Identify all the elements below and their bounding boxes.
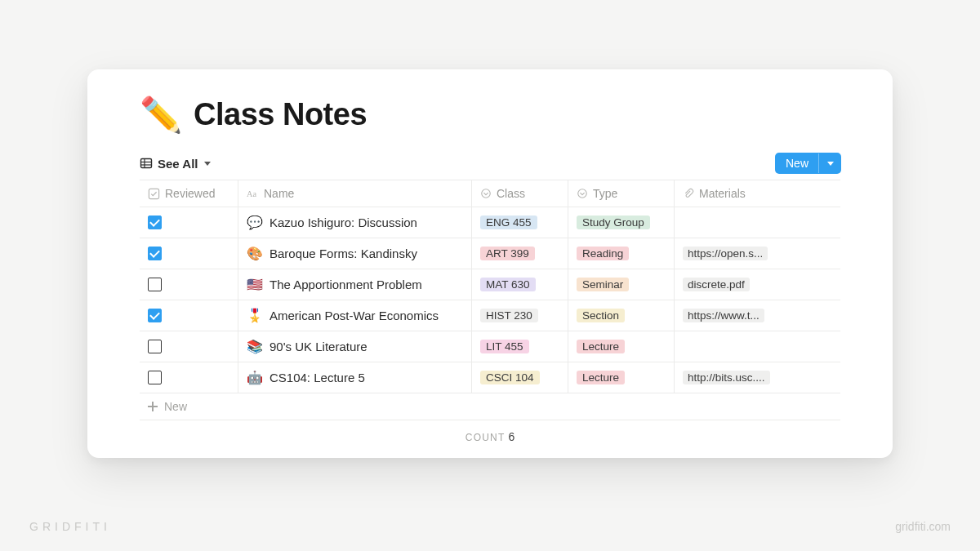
type-tag: Lecture	[577, 340, 625, 353]
cell-reviewed	[140, 331, 238, 362]
col-name[interactable]: Aa Name	[238, 180, 471, 207]
reviewed-checkbox[interactable]	[148, 247, 162, 260]
type-tag: Seminar	[577, 278, 629, 291]
cell-name[interactable]: 📚90's UK Literature	[238, 331, 471, 362]
cell-name[interactable]: 🎖️American Post-War Economics	[238, 300, 471, 331]
row-emoji: 🤖	[247, 370, 263, 385]
class-tag: ART 399	[480, 247, 535, 260]
table-row[interactable]: 📚90's UK LiteratureLIT 455Lecture	[140, 331, 840, 362]
row-name: Baroque Forms: Kandinsky	[270, 247, 417, 260]
table-row[interactable]: 🇺🇸The Apportionment ProblemMAT 630Semina…	[140, 269, 840, 300]
page-card: ✏️ Class Notes See All New	[87, 69, 893, 458]
cell-class[interactable]: LIT 455	[471, 331, 568, 362]
cell-materials[interactable]: https://open.s...	[674, 238, 840, 269]
page-emoji: ✏️	[140, 98, 182, 132]
cell-materials[interactable]	[674, 207, 840, 238]
col-type[interactable]: Type	[568, 180, 674, 207]
cell-materials[interactable]: http://bits.usc....	[674, 362, 840, 393]
reviewed-checkbox[interactable]	[148, 309, 162, 322]
class-tag: ENG 455	[480, 216, 537, 229]
svg-rect-4	[149, 189, 158, 198]
cell-reviewed	[140, 238, 238, 269]
material-chip[interactable]: https://open.s...	[683, 247, 768, 260]
cell-class[interactable]: ART 399	[471, 238, 568, 269]
class-tag: CSCI 104	[480, 371, 540, 384]
cell-materials[interactable]: https://www.t...	[674, 300, 840, 331]
svg-text:Aa: Aa	[247, 189, 256, 198]
cell-type[interactable]: Lecture	[568, 331, 674, 362]
class-tag: MAT 630	[480, 278, 536, 291]
chevron-down-icon	[827, 162, 834, 166]
cell-reviewed	[140, 207, 238, 238]
type-tag: Study Group	[577, 216, 650, 229]
plus-icon	[148, 402, 158, 411]
col-materials[interactable]: Materials	[674, 180, 840, 207]
type-tag: Lecture	[577, 371, 625, 384]
cell-type[interactable]: Study Group	[568, 207, 674, 238]
svg-point-6	[482, 189, 491, 198]
new-button-group: New	[776, 153, 840, 173]
cell-class[interactable]: MAT 630	[471, 269, 568, 300]
cell-reviewed	[140, 362, 238, 393]
svg-point-7	[578, 189, 587, 198]
add-row-label: New	[164, 400, 187, 413]
cell-type[interactable]: Lecture	[568, 362, 674, 393]
reviewed-checkbox[interactable]	[148, 278, 162, 291]
col-class[interactable]: Class	[471, 180, 568, 207]
view-label: See All	[158, 157, 198, 171]
row-name: Kazuo Ishiguro: Discussion	[270, 216, 417, 229]
text-icon: Aa	[247, 188, 259, 200]
notes-table: Reviewed Aa Name Class Type	[140, 180, 840, 393]
cell-name[interactable]: 🇺🇸The Apportionment Problem	[238, 269, 471, 300]
row-emoji: 🇺🇸	[247, 277, 263, 292]
table-row[interactable]: 🎨Baroque Forms: KandinskyART 399Readingh…	[140, 238, 840, 269]
reviewed-checkbox[interactable]	[148, 371, 162, 384]
footer-brand: GRIDFITI	[29, 520, 111, 533]
cell-class[interactable]: CSCI 104	[471, 362, 568, 393]
row-name: The Apportionment Problem	[270, 278, 422, 291]
checkbox-header-icon	[148, 188, 160, 200]
col-reviewed[interactable]: Reviewed	[140, 180, 238, 207]
cell-name[interactable]: 🎨Baroque Forms: Kandinsky	[238, 238, 471, 269]
row-emoji: 🎨	[247, 246, 263, 261]
cell-class[interactable]: ENG 455	[471, 207, 568, 238]
row-emoji: 💬	[247, 215, 263, 230]
table-header: Reviewed Aa Name Class Type	[140, 180, 840, 207]
cell-type[interactable]: Seminar	[568, 269, 674, 300]
cell-type[interactable]: Section	[568, 300, 674, 331]
new-button-dropdown[interactable]	[818, 153, 840, 173]
view-switcher[interactable]: See All	[140, 157, 211, 171]
chevron-down-icon	[204, 162, 211, 166]
reviewed-checkbox[interactable]	[148, 340, 162, 353]
class-tag: HIST 230	[480, 309, 538, 322]
type-tag: Section	[577, 309, 625, 322]
table-body: 💬Kazuo Ishiguro: DiscussionENG 455Study …	[140, 207, 840, 393]
cell-type[interactable]: Reading	[568, 238, 674, 269]
row-emoji: 📚	[247, 339, 263, 354]
material-chip[interactable]: http://bits.usc....	[683, 371, 770, 384]
cell-reviewed	[140, 269, 238, 300]
count-row: COUNT6	[87, 420, 893, 443]
select-icon	[480, 188, 492, 199]
toolbar: See All New	[87, 153, 893, 180]
row-name: 90's UK Literature	[270, 340, 368, 353]
material-chip[interactable]: https://www.t...	[683, 309, 764, 322]
table-row[interactable]: 🎖️American Post-War EconomicsHIST 230Sec…	[140, 300, 840, 331]
add-row[interactable]: New	[140, 393, 840, 420]
cell-name[interactable]: 💬Kazuo Ishiguro: Discussion	[238, 207, 471, 238]
attachment-icon	[683, 188, 694, 199]
select-icon	[577, 188, 588, 199]
table-row[interactable]: 🤖CS104: Lecture 5CSCI 104Lecturehttp://b…	[140, 362, 840, 393]
page-title-row: ✏️ Class Notes	[87, 97, 893, 153]
cell-class[interactable]: HIST 230	[471, 300, 568, 331]
material-chip[interactable]: discrete.pdf	[683, 278, 750, 291]
cell-materials[interactable]: discrete.pdf	[674, 269, 840, 300]
svg-rect-0	[141, 159, 152, 168]
cell-name[interactable]: 🤖CS104: Lecture 5	[238, 362, 471, 393]
page-title: Class Notes	[194, 97, 367, 132]
reviewed-checkbox[interactable]	[148, 216, 162, 229]
cell-materials[interactable]	[674, 331, 840, 362]
new-button[interactable]: New	[776, 153, 818, 173]
table-row[interactable]: 💬Kazuo Ishiguro: DiscussionENG 455Study …	[140, 207, 840, 238]
row-name: American Post-War Economics	[270, 309, 439, 322]
